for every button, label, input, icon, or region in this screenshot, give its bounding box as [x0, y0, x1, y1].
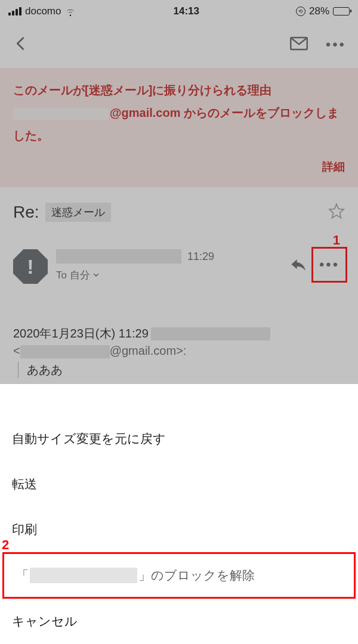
signal-icon — [8, 7, 21, 16]
battery-percent: 28% — [309, 5, 329, 17]
spam-banner: このメールが[迷惑メール]に振り分けられる理由 @gmail.com からのメー… — [0, 68, 358, 187]
action-sheet: 自動サイズ変更を元に戻す 転送 印刷 2 「 」のブロックを解除 キャンセル — [0, 416, 358, 644]
message-time: 11:29 — [187, 250, 214, 263]
spam-label-chip: 迷惑メール — [45, 203, 111, 222]
wifi-icon — [64, 7, 76, 16]
spam-reason: このメールが[迷惑メール]に振り分けられる理由 — [13, 79, 345, 101]
annotation-2: 2 — [2, 537, 9, 553]
redacted-body-email — [20, 345, 110, 358]
status-bar: docomo 14:13 ⟲ 28% — [0, 0, 358, 21]
message-body: 2020年1月23日(木) 11:29 <@gmail.com>: あああ — [0, 290, 358, 384]
subject-row: Re: 迷惑メール — [0, 187, 358, 228]
chevron-down-icon — [92, 270, 100, 281]
status-time: 14:13 — [173, 5, 199, 17]
app-header: ••• — [0, 21, 358, 68]
sheet-cancel[interactable]: キャンセル — [0, 599, 358, 644]
subject-prefix: Re: — [13, 203, 39, 222]
recipient-toggle[interactable]: To 自分 — [56, 268, 282, 282]
rotation-lock-icon: ⟲ — [296, 7, 305, 16]
header-more-button[interactable]: ••• — [326, 36, 346, 53]
annotation-1: 1 — [333, 233, 340, 248]
message-more-button[interactable]: ••• — [314, 249, 345, 280]
sheet-unblock[interactable]: 「 」のブロックを解除 — [4, 554, 354, 597]
redacted-body-name — [151, 327, 270, 340]
sheet-print[interactable]: 印刷 — [0, 507, 358, 552]
body-email-domain: @gmail.com — [110, 344, 176, 357]
reply-button[interactable] — [290, 256, 307, 273]
carrier-label: docomo — [25, 5, 61, 17]
redacted-unblock-name — [30, 568, 137, 583]
redacted-email — [13, 108, 109, 120]
star-button[interactable] — [328, 203, 345, 222]
spam-detail-link[interactable]: 詳細 — [13, 156, 345, 178]
archive-icon[interactable] — [290, 36, 308, 53]
sheet-forward[interactable]: 転送 — [0, 462, 358, 507]
body-date: 2020年1月23日(木) 11:29 — [13, 326, 149, 342]
back-button[interactable] — [12, 35, 29, 54]
redacted-sender-name — [56, 249, 181, 264]
spam-avatar-icon: ! — [13, 249, 48, 284]
sender-row: ! 11:29 To 自分 1 ••• — [0, 228, 358, 290]
quoted-text: あああ — [18, 362, 345, 378]
battery-icon — [333, 7, 350, 16]
sheet-autosize[interactable]: 自動サイズ変更を元に戻す — [0, 416, 358, 462]
